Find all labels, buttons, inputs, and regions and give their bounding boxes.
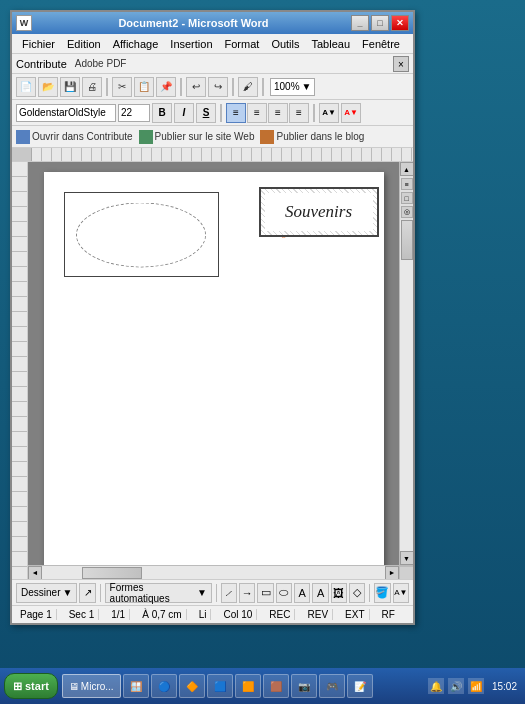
new-button[interactable]: 📄	[16, 77, 36, 97]
taskbar-app-micro[interactable]: 🖥 Micro...	[62, 674, 121, 698]
rf-status: RF	[378, 609, 399, 620]
line-tool[interactable]: ⟋	[221, 583, 237, 603]
menu-edition[interactable]: Edition	[61, 36, 107, 52]
ellipse-container[interactable]	[64, 192, 219, 277]
diagram-tool[interactable]: ◇	[349, 583, 365, 603]
vertical-scrollbar-track[interactable]	[400, 220, 414, 551]
horizontal-scrollbar[interactable]: ◄ ►	[28, 565, 413, 579]
rev-status: REV	[303, 609, 333, 620]
zoom-dropdown-arrow[interactable]: ▼	[302, 81, 312, 92]
dessiner-button[interactable]: Dessiner ▼	[16, 583, 77, 603]
taskbar-app-6[interactable]: 🟧	[235, 674, 261, 698]
formes-button[interactable]: Formes automatiques ▼	[105, 583, 212, 603]
undo-button[interactable]: ↩	[186, 77, 206, 97]
format-painter[interactable]: 🖌	[238, 77, 258, 97]
vertical-scrollbar[interactable]: ▲ ≡ □ ◎ ▼	[399, 162, 413, 565]
menu-affichage[interactable]: Affichage	[107, 36, 165, 52]
scroll-down-button[interactable]: ▼	[400, 551, 414, 565]
scroll-up-button[interactable]: ▲	[400, 162, 414, 176]
redo-button[interactable]: ↪	[208, 77, 228, 97]
open-contribute-button[interactable]: Ouvrir dans Contribute	[16, 130, 133, 144]
toolbar-formatting: B I S ≡ ≡ ≡ ≡ A▼ A▼	[12, 100, 413, 126]
align-right-button[interactable]: ≡	[268, 103, 288, 123]
arrow-tool-button[interactable]: ↗	[79, 583, 95, 603]
textbox-tool[interactable]: A	[294, 583, 310, 603]
taskbar-app-9[interactable]: 🎮	[319, 674, 345, 698]
bold-button[interactable]: B	[152, 103, 172, 123]
save-button[interactable]: 💾	[60, 77, 80, 97]
font-size-input[interactable]	[118, 104, 150, 122]
copy-button[interactable]: 📋	[134, 77, 154, 97]
adobe-pdf-label: Adobe PDF	[75, 58, 127, 69]
horizontal-scrollbar-thumb[interactable]	[82, 567, 142, 579]
fill-color-tool[interactable]: 🪣	[374, 583, 390, 603]
contribute-close-button[interactable]: ×	[393, 56, 409, 72]
close-button[interactable]: ✕	[391, 15, 409, 31]
taskbar-app-5[interactable]: 🟦	[207, 674, 233, 698]
vertical-scrollbar-thumb[interactable]	[401, 220, 413, 260]
arrow-line-tool[interactable]: →	[239, 583, 255, 603]
toolbar-separator-3	[232, 78, 234, 96]
print-button[interactable]: 🖨	[82, 77, 102, 97]
menu-tableau[interactable]: Tableau	[306, 36, 357, 52]
view-icon-3[interactable]: ◎	[401, 206, 413, 218]
souvenirs-textbox[interactable]: Souvenirs	[259, 187, 379, 237]
taskbar-app-8[interactable]: 📷	[291, 674, 317, 698]
section-status: Sec 1	[65, 609, 100, 620]
menu-format[interactable]: Format	[219, 36, 266, 52]
taskbar-apps: 🖥 Micro... 🪟 🔵 🔶 🟦 🟧 🟫 📷 🎮 📝	[62, 674, 373, 698]
start-button[interactable]: ⊞ start	[4, 673, 58, 699]
position-status: À 0,7 cm	[138, 609, 186, 620]
clip-art-tool[interactable]: 🖼	[331, 583, 347, 603]
tray-icon-1: 🔔	[428, 678, 444, 694]
publish-blog-button[interactable]: Publier dans le blog	[260, 130, 364, 144]
align-center-button[interactable]: ≡	[247, 103, 267, 123]
horizontal-scrollbar-track[interactable]	[42, 566, 385, 580]
rectangle-tool[interactable]: ▭	[257, 583, 273, 603]
italic-button[interactable]: I	[174, 103, 194, 123]
view-icon-1[interactable]: ≡	[401, 178, 413, 190]
menu-insertion[interactable]: Insertion	[164, 36, 218, 52]
publish-web-icon	[139, 130, 153, 144]
taskbar-app-4[interactable]: 🔶	[179, 674, 205, 698]
page-scroll-area[interactable]: 🐕 Souvenirs	[28, 162, 399, 565]
toolbar-separator-2	[180, 78, 182, 96]
menu-outils[interactable]: Outils	[265, 36, 305, 52]
minimize-button[interactable]: _	[351, 15, 369, 31]
cut-button[interactable]: ✂	[112, 77, 132, 97]
taskbar-app-2[interactable]: 🪟	[123, 674, 149, 698]
ellipse-tool[interactable]: ⬭	[276, 583, 292, 603]
zoom-value[interactable]: 100% ▼	[270, 78, 315, 96]
contribute-label: Contribute	[16, 58, 67, 70]
wordart-tool[interactable]: A	[312, 583, 328, 603]
page-status: Page 1	[16, 609, 57, 620]
maximize-button[interactable]: □	[371, 15, 389, 31]
align-justify-button[interactable]: ≡	[289, 103, 309, 123]
main-editing-area: 🐕 Souvenirs	[12, 162, 413, 579]
li-status: Li	[195, 609, 212, 620]
open-button[interactable]: 📂	[38, 77, 58, 97]
highlight-button[interactable]: A▼	[319, 103, 339, 123]
taskbar-app-3[interactable]: 🔵	[151, 674, 177, 698]
scroll-right-button[interactable]: ►	[385, 566, 399, 580]
contribute-bar: Contribute Adobe PDF ×	[12, 54, 413, 74]
view-icon-2[interactable]: □	[401, 192, 413, 204]
toolbar-standard: 📄 📂 💾 🖨 ✂ 📋 📌 ↩ ↪ 🖌 100% ▼	[12, 74, 413, 100]
menu-fenetre[interactable]: Fenêtre	[356, 36, 406, 52]
menu-fichier[interactable]: Fichier	[16, 36, 61, 52]
align-left-button[interactable]: ≡	[226, 103, 246, 123]
vertical-ruler-marks	[12, 162, 27, 579]
underline-button[interactable]: S	[196, 103, 216, 123]
publish-web-button[interactable]: Publier sur le site Web	[139, 130, 255, 144]
color-button[interactable]: A▼	[341, 103, 361, 123]
scroll-left-button[interactable]: ◄	[28, 566, 42, 580]
line-color-tool[interactable]: A▼	[393, 583, 409, 603]
main-window: W Document2 - Microsoft Word _ □ ✕ Fichi…	[10, 10, 415, 625]
alignment-group: ≡ ≡ ≡ ≡	[226, 103, 309, 123]
draw-separator-3	[369, 584, 370, 602]
toolbar-separator-1	[106, 78, 108, 96]
taskbar-app-7[interactable]: 🟫	[263, 674, 289, 698]
paste-button[interactable]: 📌	[156, 77, 176, 97]
font-family-input[interactable]	[16, 104, 116, 122]
taskbar-app-10[interactable]: 📝	[347, 674, 373, 698]
